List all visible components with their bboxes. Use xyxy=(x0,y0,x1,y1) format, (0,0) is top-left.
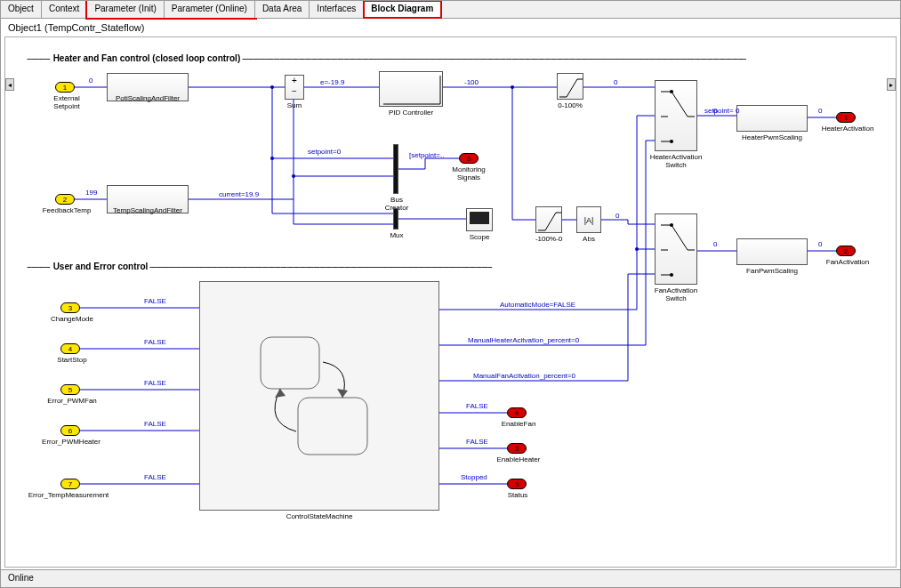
tab-block-diagram[interactable]: Block Diagram xyxy=(364,1,441,18)
svg-point-26 xyxy=(270,85,274,89)
svg-point-34 xyxy=(635,247,639,251)
svg-point-30 xyxy=(511,85,514,89)
tab-parameter-online[interactable]: Parameter (Online) xyxy=(165,1,255,18)
svg-point-27 xyxy=(292,174,295,178)
tab-interfaces[interactable]: Interfaces xyxy=(310,1,364,18)
status-bar: Online xyxy=(1,569,900,587)
tab-bar: Object Context Parameter (Init) Paramete… xyxy=(1,1,900,19)
diagram-canvas[interactable]: ◂ ▸ Heater and Fan control (closed loop … xyxy=(4,36,897,568)
svg-point-28 xyxy=(270,157,274,160)
tab-parameter-init[interactable]: Parameter (Init) xyxy=(87,1,164,18)
wires xyxy=(5,37,897,568)
page-title: Object1 (TempContr_Stateflow) xyxy=(1,19,900,36)
tab-data-area[interactable]: Data Area xyxy=(255,1,310,18)
tab-object[interactable]: Object xyxy=(1,1,42,18)
tab-context[interactable]: Context xyxy=(42,1,87,18)
